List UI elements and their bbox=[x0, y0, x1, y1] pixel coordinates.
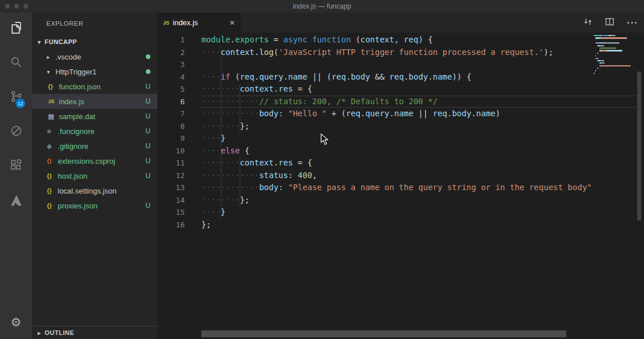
extensions-icon bbox=[9, 158, 23, 172]
code-line[interactable]: module.exports = async function (context… bbox=[201, 34, 592, 46]
activity-debug[interactable] bbox=[0, 117, 32, 144]
line-number: 4 bbox=[157, 71, 185, 84]
tree-item-proxies.json[interactable]: {}proxies.jsonU bbox=[32, 198, 157, 213]
file-file-icon: ▤ bbox=[48, 113, 58, 120]
json-file-icon: {} bbox=[47, 187, 57, 194]
line-number: 10 bbox=[157, 145, 185, 157]
git-untracked-badge: U bbox=[145, 157, 150, 165]
code-lines[interactable]: module.exports = async function (context… bbox=[201, 33, 592, 339]
horizontal-scrollbar[interactable] bbox=[201, 330, 566, 337]
titlebar: index.js — funcapp bbox=[0, 0, 644, 13]
tree-item-sample.dat[interactable]: ▤sample.datU bbox=[32, 109, 157, 124]
line-number: 3 bbox=[157, 58, 185, 71]
line-numbers: 12345678910111213141516 bbox=[157, 33, 201, 339]
search-icon bbox=[9, 55, 23, 69]
code-line[interactable]: ············status: 400, bbox=[201, 170, 592, 182]
chevron-right-icon: ▸ bbox=[38, 330, 45, 336]
indent-guide bbox=[240, 157, 240, 206]
file-label: extensions.csproj bbox=[58, 157, 115, 165]
git-untracked-badge: U bbox=[145, 172, 150, 180]
code-line[interactable]: }; bbox=[201, 219, 592, 231]
file-tree: ▸.vscode▾HttpTrigger1{}function.jsonUJSi… bbox=[32, 49, 157, 213]
json-file-icon: {} bbox=[48, 83, 58, 90]
split-editor-icon[interactable] bbox=[605, 17, 614, 29]
editor-group: JS index.js ✕ ··· 1234567891011121314151… bbox=[157, 13, 644, 339]
tree-item-.funcignore[interactable]: ≡.funcignoreU bbox=[32, 124, 157, 139]
activity-extensions[interactable] bbox=[0, 151, 32, 179]
tree-item-.vscode[interactable]: ▸.vscode bbox=[32, 49, 157, 64]
activity-settings[interactable]: ⚙ bbox=[0, 308, 32, 336]
code-line[interactable]: ····else { bbox=[201, 145, 592, 157]
code-line[interactable]: ····} bbox=[201, 132, 592, 145]
activity-azure[interactable] bbox=[0, 187, 32, 214]
activity-source-control[interactable]: 12 bbox=[0, 82, 32, 110]
line-number: 8 bbox=[157, 120, 185, 133]
zoom-window-button[interactable] bbox=[23, 4, 28, 9]
minimap[interactable] bbox=[592, 33, 637, 339]
tree-item-HttpTrigger1[interactable]: ▾HttpTrigger1 bbox=[32, 64, 157, 79]
file-label: .funcignore bbox=[58, 127, 94, 136]
minimize-window-button[interactable] bbox=[14, 4, 19, 9]
activity-explorer[interactable] bbox=[0, 14, 32, 41]
outline-section[interactable]: ▸ OUTLINE bbox=[32, 326, 157, 339]
more-actions-icon[interactable]: ··· bbox=[627, 20, 638, 26]
vertical-scrollbar[interactable] bbox=[637, 72, 641, 220]
line-number: 16 bbox=[157, 219, 185, 231]
file-label: .gitignore bbox=[58, 142, 88, 151]
line-number: 2 bbox=[157, 46, 185, 59]
tree-item-.gitignore[interactable]: ◈.gitignoreU bbox=[32, 139, 157, 153]
code-line[interactable]: ············body: "Please pass a name on… bbox=[201, 182, 592, 194]
code-line[interactable] bbox=[201, 58, 592, 71]
code-line[interactable]: ············body: "Hello " + (req.query.… bbox=[201, 108, 592, 120]
section-funcapp[interactable]: ▾ FUNCAPP bbox=[32, 36, 157, 48]
azure-icon bbox=[9, 193, 23, 208]
scm-pending-badge: 12 bbox=[15, 98, 25, 108]
activity-search[interactable] bbox=[0, 48, 32, 76]
line-number: 9 bbox=[157, 132, 185, 145]
close-window-button[interactable] bbox=[5, 4, 10, 9]
file-label: function.json bbox=[59, 82, 101, 91]
gear-icon: ⚙ bbox=[11, 316, 22, 328]
code-line[interactable]: ········context.res = { bbox=[201, 83, 592, 96]
json-file-icon: {} bbox=[47, 202, 57, 209]
tab-index-js[interactable]: JS index.js ✕ bbox=[157, 13, 241, 33]
code-line[interactable]: ············// status: 200, /* Defaults … bbox=[201, 96, 592, 108]
code-line[interactable]: ····context.log('JavaScript HTTP trigger… bbox=[201, 46, 592, 59]
js-file-icon: JS bbox=[48, 98, 58, 104]
line-number: 7 bbox=[157, 108, 185, 120]
line-number: 5 bbox=[157, 83, 185, 96]
editor-actions: ··· bbox=[583, 13, 638, 33]
activity-bar: 12 ⚙ bbox=[0, 13, 32, 339]
tree-item-host.json[interactable]: {}host.jsonU bbox=[32, 168, 157, 183]
section-label: FUNCAPP bbox=[45, 38, 77, 45]
list-file-icon: ≡ bbox=[47, 127, 57, 136]
tree-item-local.settings.json[interactable]: {}local.settings.json bbox=[32, 183, 157, 198]
chevron-down-icon: ▾ bbox=[47, 69, 54, 75]
file-label: HttpTrigger1 bbox=[55, 68, 97, 76]
tree-item-index.js[interactable]: JSindex.jsU bbox=[32, 94, 157, 109]
file-label: host.json bbox=[58, 172, 88, 180]
close-tab-icon[interactable]: ✕ bbox=[229, 19, 235, 27]
open-changes-icon[interactable] bbox=[583, 17, 593, 29]
git-untracked-badge: U bbox=[145, 127, 150, 135]
code-line[interactable]: ········}; bbox=[201, 120, 592, 133]
git-untracked-badge: U bbox=[145, 82, 150, 90]
code-line[interactable]: ········}; bbox=[201, 194, 592, 207]
explorer-title: EXPLORER bbox=[32, 13, 157, 36]
git-untracked-badge: U bbox=[145, 112, 150, 120]
code-line[interactable]: ········context.res = { bbox=[201, 157, 592, 170]
xml-file-icon: ⟨⟩ bbox=[47, 158, 57, 164]
tree-item-extensions.csproj[interactable]: ⟨⟩extensions.csprojU bbox=[32, 153, 157, 168]
code-editor[interactable]: 12345678910111213141516 module.exports =… bbox=[157, 33, 644, 339]
git-untracked-badge: U bbox=[145, 97, 150, 105]
line-number: 12 bbox=[157, 170, 185, 182]
code-line[interactable]: ····} bbox=[201, 206, 592, 219]
indent-guide bbox=[240, 83, 240, 132]
debug-disabled-icon bbox=[9, 124, 23, 138]
line-number: 15 bbox=[157, 206, 185, 219]
code-line[interactable]: ····if (req.query.name || (req.body && r… bbox=[201, 71, 592, 84]
tree-item-function.json[interactable]: {}function.jsonU bbox=[32, 79, 157, 94]
modified-dot-badge bbox=[146, 54, 150, 59]
file-label: local.settings.json bbox=[58, 187, 117, 195]
file-label: index.js bbox=[59, 97, 84, 106]
